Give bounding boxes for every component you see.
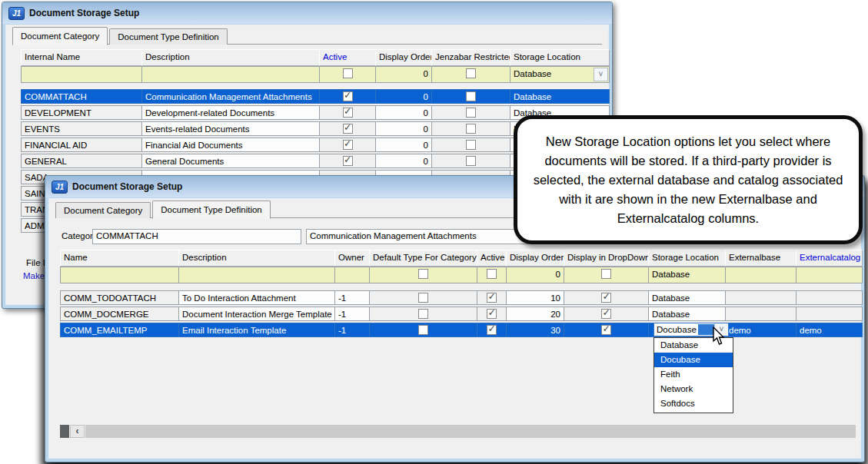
checkbox-checked-icon[interactable] [343,108,353,118]
row-1-externalbase[interactable] [725,307,796,321]
checkbox-unchecked-icon[interactable] [466,140,476,150]
checkbox-unchecked-icon[interactable] [466,68,476,78]
filter-default_type[interactable] [369,267,477,283]
filter-storage_location[interactable]: Database [648,267,726,283]
checkbox-unchecked-icon[interactable] [418,269,428,279]
row-0-description[interactable]: To Do Interaction Attachment [178,290,335,305]
filter-description[interactable] [178,267,335,283]
row-4-internal_name[interactable]: GENERAL [21,154,142,168]
filter-jenzabar_restricted[interactable] [431,66,510,83]
checkbox-checked-icon[interactable] [343,156,353,166]
row-2-name[interactable]: COMM_EMAILTEMP [60,323,179,337]
row-4-description[interactable]: General Documents [141,154,320,168]
column-header-jenzabar_restricted[interactable]: Jenzabar Restricted [431,49,510,66]
checkbox-unchecked-icon[interactable] [487,269,497,279]
row-0-display_order[interactable]: 0 [375,89,432,104]
row-2-externalcatalog[interactable]: demo [796,323,863,337]
back-window-titlebar[interactable]: J1 Document Storage Setup [2,2,612,24]
filter-display_order[interactable]: 0 [375,66,432,83]
row-0-externalbase[interactable] [725,290,796,305]
dropdown-option-docubase[interactable]: Docubase [654,353,733,367]
row-1-internal_name[interactable]: DEVELOPMENT [21,105,142,120]
filter-name[interactable] [60,267,179,283]
row-1-active[interactable] [319,105,376,120]
checkbox-unchecked-icon[interactable] [343,68,353,78]
row-1-externalcatalog[interactable] [796,307,863,321]
row-0-active[interactable] [319,89,376,104]
dropdown-option-network[interactable]: Network [654,382,733,396]
row-3-display_order[interactable]: 0 [375,138,432,152]
row-0-name[interactable]: COMM_TODOATTACH [60,290,179,305]
scroll-left-arrow-icon[interactable]: ‹ [70,425,85,438]
row-2-externalbase[interactable]: demo [725,323,796,337]
row-0-storage_location[interactable]: Database [510,89,610,104]
horizontal-scrollbar[interactable]: ‹ [60,425,856,438]
row-3-internal_name[interactable]: FINANCIAL AID [21,138,142,152]
row-1-display_order[interactable]: 0 [375,105,432,120]
row-2-active[interactable] [477,323,507,337]
checkbox-unchecked-icon[interactable] [418,325,428,335]
row-2-display_order[interactable]: 0 [375,121,432,136]
row-1-description[interactable]: Development-related Documents [141,105,320,120]
row-0-owner[interactable]: -1 [334,290,370,305]
checkbox-checked-icon[interactable] [601,325,611,335]
row-2-description[interactable]: Events-related Documents [141,121,320,136]
row-4-active[interactable] [319,154,376,168]
checkbox-checked-icon[interactable] [343,140,353,150]
filter-externalbase[interactable] [725,267,796,283]
column-header-storage_location[interactable]: Storage Location [510,49,610,66]
column-header-description[interactable]: Description [141,49,320,66]
column-header-internal_name[interactable]: Internal Name [21,49,142,66]
row-0-storage_location[interactable]: Database [648,290,726,305]
column-header-owner[interactable]: Owner [334,250,370,267]
dropdown-option-softdocs[interactable]: Softdocs [654,396,733,411]
row-4-jenzabar_restricted[interactable] [431,154,510,168]
filter-internal_name[interactable] [21,66,142,83]
filter-externalcatalog[interactable] [796,267,863,283]
filter-storage-dropdown-arrow-icon[interactable]: ˅ [594,68,608,81]
row-3-description[interactable]: Financial Aid Documents [141,138,320,152]
checkbox-unchecked-icon[interactable] [466,124,476,134]
checkbox-checked-icon[interactable] [487,293,497,303]
checkbox-unchecked-icon[interactable] [466,91,476,101]
row-3-jenzabar_restricted[interactable] [431,138,510,152]
checkbox-checked-icon[interactable] [601,309,611,319]
row-1-description[interactable]: Document Interaction Merge Template [178,307,335,321]
column-header-name[interactable]: Name [60,250,179,267]
row-1-default_type[interactable] [369,307,477,321]
checkbox-checked-icon[interactable] [343,91,353,101]
column-header-externalbase[interactable]: Externalbase [725,250,796,267]
column-header-description[interactable]: Description [178,250,335,267]
checkbox-unchecked-icon[interactable] [466,156,476,166]
make-link[interactable]: Make [23,271,45,280]
row-2-description[interactable]: Email Interaction Template [178,323,335,337]
filter-display_in_dropdown[interactable] [564,267,649,283]
filter-description[interactable] [141,66,320,83]
checkbox-checked-icon[interactable] [487,309,497,319]
row-2-internal_name[interactable]: EVENTS [21,121,142,136]
row-1-display_in_dropdown[interactable] [564,307,649,321]
column-header-display_order[interactable]: Display Order [375,49,432,66]
column-header-display_in_dropdown[interactable]: Display in DropDown [564,250,649,267]
filter-display_order[interactable]: 0 [506,267,564,283]
row-2-jenzabar_restricted[interactable] [431,121,510,136]
row-1-owner[interactable]: -1 [334,307,370,321]
checkbox-checked-icon[interactable] [601,293,611,303]
row-0-default_type[interactable] [369,290,477,305]
row-4-display_order[interactable]: 0 [375,154,432,168]
row-2-active[interactable] [319,121,376,136]
column-header-storage_location[interactable]: Storage Location [648,250,726,267]
scrollbar-track[interactable] [85,425,856,438]
row-2-display_in_dropdown[interactable] [564,323,649,337]
row-3-active[interactable] [319,138,376,152]
row-0-internal_name[interactable]: COMMATTACH [21,89,142,104]
storage-location-dropdown-list[interactable]: DatabaseDocubaseFeithNetworkSoftdocs [653,337,733,413]
filter-active[interactable] [319,66,376,83]
filter-owner[interactable] [334,267,370,283]
checkbox-checked-icon[interactable] [343,124,353,134]
checkbox-unchecked-icon[interactable] [466,108,476,118]
row-1-storage_location[interactable]: Database [648,307,726,321]
filter-storage_location[interactable]: Database˅ [510,66,610,83]
filter-active[interactable] [477,267,507,283]
dropdown-option-feith[interactable]: Feith [654,367,733,382]
